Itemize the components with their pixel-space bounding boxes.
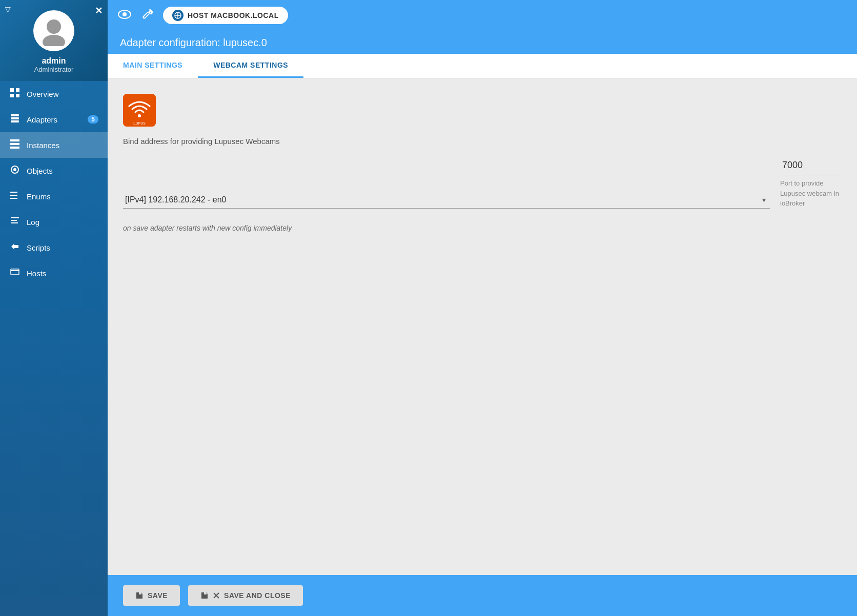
form-row-bind: [IPv4] 192.168.20.242 - en0 ▾ Port to pr…	[123, 156, 842, 209]
bind-address-select[interactable]: [IPv4] 192.168.20.242 - en0	[123, 191, 770, 209]
svg-point-0	[47, 19, 61, 34]
objects-icon	[9, 165, 21, 176]
restart-note: on save adapter restarts with new config…	[123, 224, 842, 232]
avatar	[33, 10, 74, 51]
sidebar-item-label-hosts: Hosts	[27, 269, 98, 278]
sidebar-item-label-adapters: Adapters	[27, 115, 81, 124]
tab-webcam-settings[interactable]: WEBCAM SETTINGS	[198, 54, 303, 78]
bind-address-group: [IPv4] 192.168.20.242 - en0 ▾	[123, 191, 770, 209]
svg-rect-21	[11, 269, 19, 275]
svg-rect-17	[11, 217, 19, 218]
sidebar-item-label-log: Log	[27, 218, 98, 227]
svg-rect-5	[16, 94, 19, 97]
svg-rect-10	[10, 143, 19, 145]
svg-point-1	[43, 35, 65, 46]
host-label: HOST MACBOOK.LOCAL	[188, 11, 279, 19]
footer: SAVE SAVE AND CLOSE	[108, 575, 857, 616]
grid-icon	[9, 88, 21, 99]
sidebar-item-label-overview: Overview	[27, 90, 98, 98]
svg-rect-6	[11, 114, 19, 116]
main-content: HOST MACBOOK.LOCAL Adapter configuration…	[108, 0, 857, 616]
adapters-badge: 5	[88, 115, 98, 124]
topbar: HOST MACBOOK.LOCAL	[108, 0, 857, 31]
sidebar-item-instances[interactable]: Instances	[0, 132, 108, 158]
svg-point-13	[13, 168, 16, 171]
sidebar-item-scripts[interactable]: Scripts	[0, 235, 108, 260]
page-title: Adapter configuration: lupusec.0	[120, 37, 845, 54]
sidebar-item-log[interactable]: Log	[0, 209, 108, 235]
sidebar-item-label-enums: Enums	[27, 192, 98, 201]
content-header: Adapter configuration: lupusec.0	[108, 31, 857, 54]
sidebar-item-objects[interactable]: Objects	[0, 158, 108, 183]
menu-icon[interactable]: ▽	[5, 5, 11, 13]
user-role: Administrator	[34, 66, 74, 73]
port-input[interactable]	[780, 156, 842, 175]
user-name: admin	[42, 56, 66, 66]
svg-rect-19	[11, 222, 18, 223]
sidebar-item-label-objects: Objects	[27, 167, 98, 175]
svg-rect-3	[16, 88, 19, 92]
svg-rect-2	[10, 88, 14, 92]
bind-address-select-wrapper[interactable]: [IPv4] 192.168.20.242 - en0 ▾	[123, 191, 770, 209]
tabs-bar: MAIN SETTINGS WEBCAM SETTINGS	[108, 54, 857, 78]
content-body: LUPUS Bind address for providing Lupusec…	[108, 78, 857, 575]
svg-rect-22	[11, 270, 19, 271]
adapter-logo: LUPUS	[123, 94, 156, 127]
host-pill-icon	[172, 10, 183, 21]
svg-point-24	[123, 12, 127, 16]
svg-rect-14	[10, 192, 17, 193]
svg-text:LUPUS: LUPUS	[133, 121, 146, 125]
sidebar-item-hosts[interactable]: Hosts	[0, 260, 108, 286]
save-button[interactable]: SAVE	[123, 585, 180, 606]
svg-rect-18	[11, 220, 17, 221]
svg-rect-11	[10, 147, 19, 149]
host-pill[interactable]: HOST MACBOOK.LOCAL	[163, 7, 288, 24]
enums-icon	[9, 191, 21, 202]
sidebar-header: ▽ ✕ admin Administrator	[0, 0, 108, 81]
bind-address-label: Bind address for providing Lupusec Webca…	[123, 137, 842, 146]
port-group: Port to provide Lupusec webcam in ioBrok…	[780, 156, 842, 209]
hosts-icon	[9, 268, 21, 279]
svg-rect-4	[10, 94, 14, 97]
tab-main-settings[interactable]: MAIN SETTINGS	[108, 54, 198, 78]
sidebar-item-overview[interactable]: Overview	[0, 81, 108, 107]
sidebar-item-label-scripts: Scripts	[27, 243, 98, 252]
eye-icon[interactable]	[118, 9, 131, 22]
svg-rect-15	[10, 195, 17, 196]
scripts-icon	[9, 242, 21, 253]
svg-rect-16	[10, 198, 17, 199]
instances-icon	[9, 139, 21, 151]
close-sidebar-icon[interactable]: ✕	[95, 5, 103, 16]
sidebar: ▽ ✕ admin Administrator Overview Adapter…	[0, 0, 108, 616]
svg-point-29	[138, 114, 141, 117]
sidebar-item-adapters[interactable]: Adapters 5	[0, 107, 108, 132]
wrench-icon[interactable]	[141, 8, 153, 23]
log-icon	[9, 216, 21, 228]
svg-rect-7	[11, 117, 19, 119]
port-hint: Port to provide Lupusec webcam in ioBrok…	[780, 178, 842, 209]
sidebar-item-label-instances: Instances	[27, 141, 98, 150]
sidebar-item-enums[interactable]: Enums	[0, 183, 108, 209]
svg-rect-8	[11, 120, 19, 122]
save-and-close-button[interactable]: SAVE AND CLOSE	[188, 585, 303, 606]
svg-marker-20	[11, 243, 18, 250]
svg-rect-9	[10, 139, 19, 141]
adapters-icon	[9, 114, 21, 125]
